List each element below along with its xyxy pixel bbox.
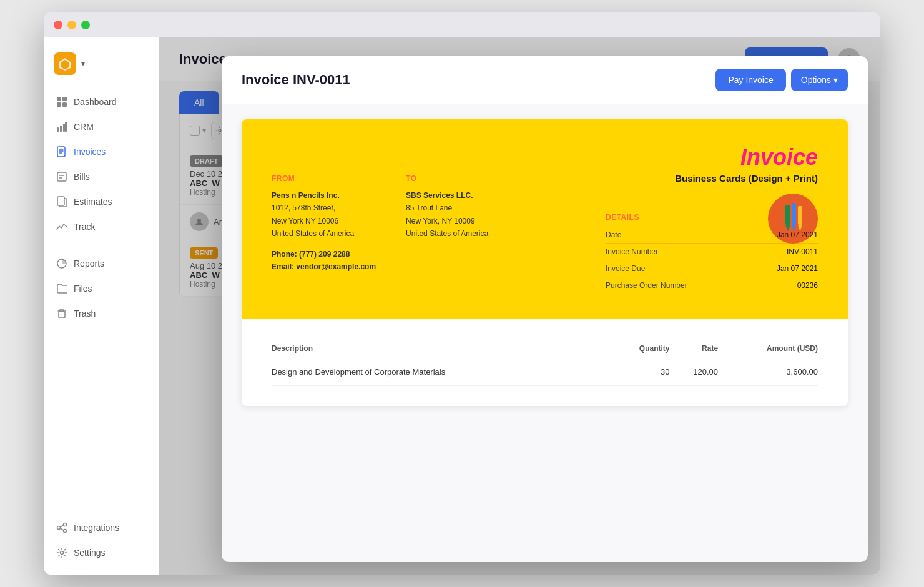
svg-rect-7	[60, 126, 62, 132]
app-body: ▾ Dashboard	[44, 37, 880, 575]
svg-point-20	[57, 526, 61, 530]
from-phone: Phone: (777) 209 2288	[272, 250, 350, 259]
trash-label: Trash	[74, 308, 96, 318]
svg-rect-2	[57, 97, 61, 101]
to-addr2: New York, NY 10009	[406, 217, 475, 225]
invoice-yellow-header: Invoice Business Cards (Design + Print)	[242, 119, 848, 319]
dashboard-label: Dashboard	[74, 97, 117, 107]
to-addr1: 85 Trout Lane	[406, 204, 452, 212]
row-description: Design and Development of Corporate Mate…	[272, 358, 611, 386]
svg-rect-10	[57, 147, 65, 157]
logo-chevron: ▾	[81, 59, 85, 68]
col-quantity: Quantity	[611, 339, 670, 358]
modal-title: Invoice INV-0011	[242, 72, 350, 88]
nav-divider	[59, 245, 144, 245]
reports-label: Reports	[74, 259, 104, 269]
sidebar-item-files[interactable]: Files	[49, 277, 154, 300]
from-company: Pens n Pencils Inc.	[272, 191, 340, 200]
options-label: Options	[801, 75, 831, 85]
integrations-icon	[56, 522, 67, 533]
track-icon	[56, 221, 67, 232]
sidebar-item-reports[interactable]: Reports	[49, 252, 154, 275]
settings-label: Settings	[74, 548, 106, 558]
files-icon	[56, 283, 67, 294]
logo-area[interactable]: ▾	[44, 47, 159, 90]
svg-rect-17	[57, 197, 64, 205]
files-label: Files	[74, 284, 92, 294]
bills-label: Bills	[74, 172, 90, 182]
main-content: Invoices Create New ▾ All	[159, 37, 880, 575]
sidebar-nav: Dashboard CRM	[44, 90, 159, 325]
svg-line-23	[61, 525, 64, 527]
svg-rect-9	[65, 122, 67, 132]
maximize-button[interactable]	[81, 21, 90, 29]
invoice-word: Invoice	[675, 144, 818, 170]
col-rate: Rate	[670, 339, 719, 358]
trash-icon	[56, 308, 67, 319]
to-address: SBS Services LLC. 85 Trout Lane New York…	[406, 189, 488, 240]
from-label: From	[272, 174, 376, 183]
from-addr3: United States of America	[272, 229, 354, 238]
traffic-lights	[54, 21, 90, 29]
options-button[interactable]: Options ▾	[791, 69, 848, 91]
from-contact: Phone: (777) 209 2288 Email: vendor@exam…	[272, 248, 376, 274]
app-window: ▾ Dashboard	[44, 12, 880, 575]
crm-icon	[56, 121, 67, 132]
details-label: Details	[606, 213, 818, 222]
invoice-modal: Invoice INV-0011 Pay Invoice Options ▾	[222, 56, 868, 562]
svg-rect-5	[62, 102, 67, 107]
col-amount: Amount (USD)	[718, 339, 818, 358]
sidebar-item-crm[interactable]: CRM	[49, 115, 154, 139]
pay-invoice-button[interactable]: Pay Invoice	[715, 69, 785, 91]
close-button[interactable]	[54, 21, 62, 29]
details-number-value: INV-0011	[787, 247, 818, 256]
estimates-label: Estimates	[74, 197, 112, 207]
invoice-subtitle: Business Cards (Design + Print)	[675, 173, 818, 184]
from-addr2: New York NY 10006	[272, 217, 338, 225]
svg-rect-14	[57, 172, 66, 181]
details-po-value: 00236	[797, 281, 818, 290]
modal-overlay[interactable]: Invoice INV-0011 Pay Invoice Options ▾	[159, 37, 880, 575]
sidebar-item-trash[interactable]: Trash	[49, 302, 154, 325]
details-row-number: Invoice Number INV-0011	[606, 244, 818, 260]
invoice-table-area: Description Quantity Rate Amount (USD) D…	[242, 319, 848, 406]
minimize-button[interactable]	[67, 21, 76, 29]
sidebar-item-track[interactable]: Track	[49, 215, 154, 239]
logo-icon	[54, 52, 76, 75]
titlebar	[44, 12, 880, 37]
row-rate: 120.00	[670, 358, 719, 386]
details-row-date: Date Jan 07 2021	[606, 227, 818, 244]
from-addr1: 1012, 578th Street,	[272, 204, 335, 212]
details-row-po: Purchase Order Number 00236	[606, 277, 818, 294]
svg-rect-19	[59, 312, 65, 318]
col-description: Description	[272, 339, 611, 358]
details-date-label: Date	[606, 230, 621, 239]
sidebar-item-estimates[interactable]: Estimates	[49, 190, 154, 214]
crm-label: CRM	[74, 122, 94, 132]
sidebar-item-integrations[interactable]: Integrations	[49, 516, 154, 540]
table-row: Design and Development of Corporate Mate…	[272, 358, 818, 386]
to-addr3: United States of America	[406, 229, 488, 238]
from-address: Pens n Pencils Inc. 1012, 578th Street, …	[272, 189, 376, 240]
details-row-due: Invoice Due Jan 07 2021	[606, 260, 818, 277]
integrations-label: Integrations	[74, 523, 119, 533]
details-number-label: Invoice Number	[606, 247, 658, 256]
row-amount: 3,600.00	[718, 358, 818, 386]
invoice-table: Description Quantity Rate Amount (USD) D…	[272, 339, 818, 386]
svg-rect-3	[62, 97, 67, 101]
sidebar-item-bills[interactable]: Bills	[49, 165, 154, 189]
to-label: To	[406, 174, 488, 183]
invoice-details: Details Date Jan 07 2021 Invoice Number …	[606, 213, 818, 294]
sidebar-item-dashboard[interactable]: Dashboard	[49, 90, 154, 114]
track-label: Track	[74, 222, 95, 232]
svg-rect-4	[57, 102, 61, 107]
svg-line-24	[61, 528, 64, 530]
svg-point-25	[61, 551, 64, 555]
details-date-value: Jan 07 2021	[777, 230, 818, 239]
sidebar-item-settings[interactable]: Settings	[49, 541, 154, 565]
invoice-to: To SBS Services LLC. 85 Trout Lane New Y…	[406, 174, 488, 273]
reports-icon	[56, 258, 67, 269]
svg-point-21	[64, 523, 67, 526]
modal-header: Invoice INV-0011 Pay Invoice Options ▾	[222, 56, 868, 104]
sidebar-item-invoices[interactable]: Invoices	[49, 140, 154, 164]
